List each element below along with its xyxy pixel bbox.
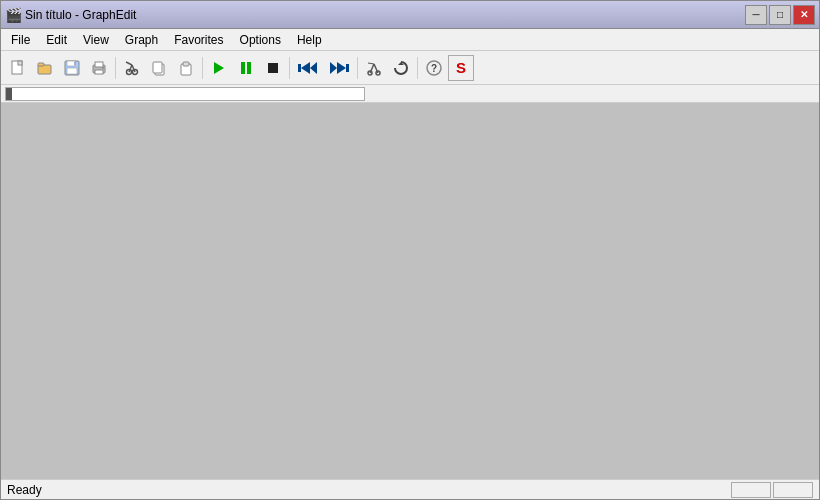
svg-rect-22 bbox=[241, 62, 245, 74]
s-icon: S bbox=[456, 59, 466, 76]
frame-fwd-button[interactable] bbox=[324, 55, 354, 81]
minimize-button[interactable]: ─ bbox=[745, 5, 767, 25]
svg-marker-21 bbox=[214, 62, 224, 74]
svg-marker-27 bbox=[310, 62, 317, 74]
svg-rect-10 bbox=[95, 70, 103, 74]
sep5 bbox=[417, 57, 418, 79]
toolbar: ? S bbox=[1, 51, 819, 85]
status-panels bbox=[731, 482, 813, 498]
cut-button[interactable] bbox=[119, 55, 145, 81]
seekbar-container bbox=[1, 85, 819, 103]
svg-rect-18 bbox=[153, 62, 162, 73]
title-bar: 🎬 Sin título - GraphEdit ─ □ ✕ bbox=[1, 1, 819, 29]
copy-button[interactable] bbox=[146, 55, 172, 81]
pause-button[interactable] bbox=[233, 55, 259, 81]
svg-rect-5 bbox=[67, 61, 75, 66]
svg-marker-29 bbox=[337, 62, 346, 74]
svg-rect-24 bbox=[268, 63, 278, 73]
svg-rect-1 bbox=[18, 61, 22, 65]
refresh-button[interactable] bbox=[388, 55, 414, 81]
save-button[interactable] bbox=[59, 55, 85, 81]
s-button[interactable]: S bbox=[448, 55, 474, 81]
status-text: Ready bbox=[7, 483, 42, 497]
menu-edit[interactable]: Edit bbox=[38, 31, 75, 49]
svg-rect-20 bbox=[183, 62, 189, 66]
svg-rect-23 bbox=[247, 62, 251, 74]
app-icon: 🎬 bbox=[5, 7, 21, 23]
svg-marker-30 bbox=[330, 62, 337, 74]
svg-rect-9 bbox=[95, 62, 103, 67]
main-window: 🎬 Sin título - GraphEdit ─ □ ✕ File Edit… bbox=[0, 0, 820, 500]
menu-help[interactable]: Help bbox=[289, 31, 330, 49]
sep3 bbox=[289, 57, 290, 79]
window-controls: ─ □ ✕ bbox=[745, 5, 815, 25]
sep1 bbox=[115, 57, 116, 79]
close-button[interactable]: ✕ bbox=[793, 5, 815, 25]
svg-line-16 bbox=[126, 62, 132, 65]
menu-favorites[interactable]: Favorites bbox=[166, 31, 231, 49]
svg-rect-25 bbox=[298, 64, 301, 72]
status-bar: Ready bbox=[1, 479, 819, 499]
open-button[interactable] bbox=[32, 55, 58, 81]
menu-file[interactable]: File bbox=[3, 31, 38, 49]
svg-rect-6 bbox=[67, 68, 77, 74]
menu-graph[interactable]: Graph bbox=[117, 31, 166, 49]
title-bar-left: 🎬 Sin título - GraphEdit bbox=[5, 7, 136, 23]
help-button[interactable]: ? bbox=[421, 55, 447, 81]
sep4 bbox=[357, 57, 358, 79]
svg-rect-28 bbox=[346, 64, 349, 72]
frame-back-button[interactable] bbox=[293, 55, 323, 81]
svg-marker-26 bbox=[301, 62, 310, 74]
svg-text:?: ? bbox=[431, 63, 437, 74]
menu-options[interactable]: Options bbox=[232, 31, 289, 49]
menu-bar: File Edit View Graph Favorites Options H… bbox=[1, 29, 819, 51]
main-canvas[interactable] bbox=[1, 103, 819, 479]
scissors-button[interactable] bbox=[361, 55, 387, 81]
seekbar[interactable] bbox=[5, 87, 365, 101]
svg-rect-3 bbox=[38, 63, 44, 66]
paste-button[interactable] bbox=[173, 55, 199, 81]
play-button[interactable] bbox=[206, 55, 232, 81]
svg-line-35 bbox=[368, 63, 374, 64]
window-title: Sin título - GraphEdit bbox=[25, 8, 136, 22]
svg-point-11 bbox=[102, 67, 104, 69]
sep2 bbox=[202, 57, 203, 79]
stop-button[interactable] bbox=[260, 55, 286, 81]
svg-rect-7 bbox=[74, 62, 76, 65]
status-panel-2 bbox=[773, 482, 813, 498]
maximize-button[interactable]: □ bbox=[769, 5, 791, 25]
status-panel-1 bbox=[731, 482, 771, 498]
seekbar-thumb[interactable] bbox=[6, 88, 12, 100]
new-button[interactable] bbox=[5, 55, 31, 81]
menu-view[interactable]: View bbox=[75, 31, 117, 49]
print-button[interactable] bbox=[86, 55, 112, 81]
